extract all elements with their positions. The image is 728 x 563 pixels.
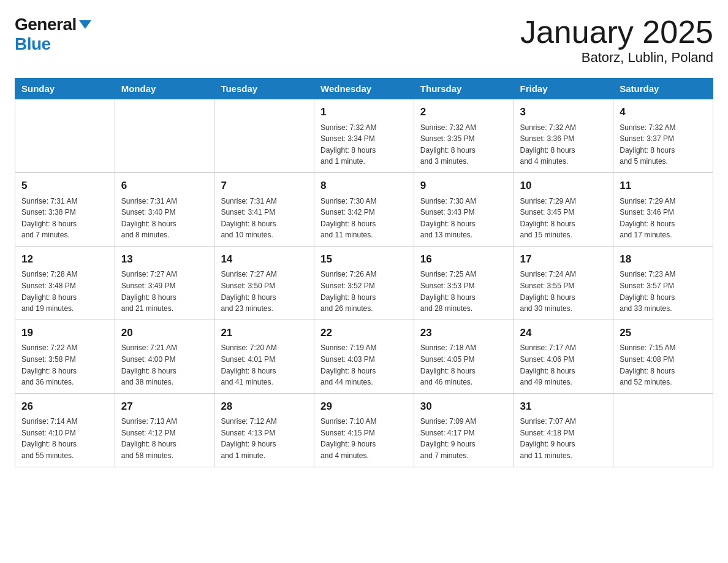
calendar-week-row: 19Sunrise: 7:22 AMSunset: 3:58 PMDayligh… bbox=[15, 320, 713, 393]
calendar-week-row: 5Sunrise: 7:31 AMSunset: 3:38 PMDaylight… bbox=[15, 173, 713, 247]
calendar-day-cell: 10Sunrise: 7:29 AMSunset: 3:45 PMDayligh… bbox=[514, 173, 613, 247]
calendar-week-row: 26Sunrise: 7:14 AMSunset: 4:10 PMDayligh… bbox=[15, 393, 713, 467]
calendar-day-cell: 14Sunrise: 7:27 AMSunset: 3:50 PMDayligh… bbox=[214, 246, 314, 320]
day-info: Sunrise: 7:32 AMSunset: 3:35 PMDaylight:… bbox=[420, 122, 507, 167]
day-info: Sunrise: 7:13 AMSunset: 4:12 PMDaylight:… bbox=[121, 416, 208, 461]
day-number: 30 bbox=[420, 399, 507, 415]
day-info: Sunrise: 7:15 AMSunset: 4:08 PMDaylight:… bbox=[620, 342, 707, 388]
day-info: Sunrise: 7:12 AMSunset: 4:13 PMDaylight:… bbox=[221, 416, 308, 461]
calendar-day-cell: 15Sunrise: 7:26 AMSunset: 3:52 PMDayligh… bbox=[314, 246, 414, 320]
day-number: 8 bbox=[320, 178, 408, 194]
day-of-week-header: Friday bbox=[514, 79, 613, 99]
day-number: 19 bbox=[21, 325, 108, 341]
calendar-day-cell: 3Sunrise: 7:32 AMSunset: 3:36 PMDaylight… bbox=[514, 99, 613, 173]
day-info: Sunrise: 7:18 AMSunset: 4:05 PMDaylight:… bbox=[420, 342, 507, 388]
day-number: 1 bbox=[320, 104, 408, 120]
calendar-day-cell: 6Sunrise: 7:31 AMSunset: 3:40 PMDaylight… bbox=[115, 173, 214, 247]
calendar-day-cell: 21Sunrise: 7:20 AMSunset: 4:01 PMDayligh… bbox=[214, 320, 314, 393]
day-number: 21 bbox=[221, 325, 308, 341]
calendar-day-cell: 13Sunrise: 7:27 AMSunset: 3:49 PMDayligh… bbox=[115, 246, 214, 320]
day-number: 27 bbox=[121, 399, 208, 415]
day-info: Sunrise: 7:21 AMSunset: 4:00 PMDaylight:… bbox=[121, 342, 208, 388]
day-info: Sunrise: 7:09 AMSunset: 4:17 PMDaylight:… bbox=[420, 416, 507, 461]
day-of-week-header: Tuesday bbox=[214, 79, 314, 99]
calendar-day-cell: 8Sunrise: 7:30 AMSunset: 3:42 PMDaylight… bbox=[314, 173, 414, 247]
calendar-day-cell: 25Sunrise: 7:15 AMSunset: 4:08 PMDayligh… bbox=[613, 320, 713, 393]
day-number: 26 bbox=[21, 399, 108, 415]
calendar-day-cell: 11Sunrise: 7:29 AMSunset: 3:46 PMDayligh… bbox=[613, 173, 713, 247]
calendar-day-cell: 22Sunrise: 7:19 AMSunset: 4:03 PMDayligh… bbox=[314, 320, 414, 393]
day-number: 17 bbox=[520, 251, 607, 267]
day-number: 12 bbox=[21, 251, 108, 267]
day-number: 10 bbox=[520, 178, 607, 194]
logo-general-text: General bbox=[15, 15, 77, 34]
calendar-day-cell: 16Sunrise: 7:25 AMSunset: 3:53 PMDayligh… bbox=[414, 246, 514, 320]
day-number: 16 bbox=[420, 251, 507, 267]
calendar-day-cell: 7Sunrise: 7:31 AMSunset: 3:41 PMDaylight… bbox=[214, 173, 314, 247]
day-info: Sunrise: 7:29 AMSunset: 3:46 PMDaylight:… bbox=[620, 196, 707, 241]
page-header: General Blue January 2025 Batorz, Lublin… bbox=[15, 15, 713, 66]
day-number: 9 bbox=[420, 178, 507, 194]
calendar-day-cell: 23Sunrise: 7:18 AMSunset: 4:05 PMDayligh… bbox=[414, 320, 514, 393]
calendar-day-cell bbox=[613, 393, 713, 467]
calendar-day-cell: 20Sunrise: 7:21 AMSunset: 4:00 PMDayligh… bbox=[115, 320, 214, 393]
day-of-week-header: Sunday bbox=[15, 79, 115, 99]
day-info: Sunrise: 7:20 AMSunset: 4:01 PMDaylight:… bbox=[221, 342, 308, 388]
title-section: January 2025 Batorz, Lublin, Poland bbox=[520, 15, 713, 66]
day-number: 4 bbox=[620, 104, 707, 120]
day-info: Sunrise: 7:26 AMSunset: 3:52 PMDaylight:… bbox=[320, 269, 408, 314]
calendar-header-row: SundayMondayTuesdayWednesdayThursdayFrid… bbox=[15, 79, 713, 99]
day-number: 22 bbox=[320, 325, 408, 341]
day-of-week-header: Wednesday bbox=[314, 79, 414, 99]
day-info: Sunrise: 7:27 AMSunset: 3:49 PMDaylight:… bbox=[121, 269, 208, 314]
day-number: 20 bbox=[121, 325, 208, 341]
day-info: Sunrise: 7:31 AMSunset: 3:40 PMDaylight:… bbox=[121, 196, 208, 241]
calendar-day-cell: 18Sunrise: 7:23 AMSunset: 3:57 PMDayligh… bbox=[613, 246, 713, 320]
calendar-day-cell: 31Sunrise: 7:07 AMSunset: 4:18 PMDayligh… bbox=[514, 393, 613, 467]
day-info: Sunrise: 7:29 AMSunset: 3:45 PMDaylight:… bbox=[520, 196, 607, 241]
day-info: Sunrise: 7:25 AMSunset: 3:53 PMDaylight:… bbox=[420, 269, 507, 314]
logo-arrow-icon bbox=[79, 20, 91, 29]
calendar-day-cell: 28Sunrise: 7:12 AMSunset: 4:13 PMDayligh… bbox=[214, 393, 314, 467]
day-number: 29 bbox=[320, 399, 408, 415]
day-of-week-header: Monday bbox=[115, 79, 214, 99]
day-info: Sunrise: 7:32 AMSunset: 3:37 PMDaylight:… bbox=[620, 122, 707, 167]
calendar-day-cell: 24Sunrise: 7:17 AMSunset: 4:06 PMDayligh… bbox=[514, 320, 613, 393]
day-info: Sunrise: 7:28 AMSunset: 3:48 PMDaylight:… bbox=[21, 269, 108, 314]
day-number: 5 bbox=[21, 178, 108, 194]
calendar-day-cell: 29Sunrise: 7:10 AMSunset: 4:15 PMDayligh… bbox=[314, 393, 414, 467]
day-info: Sunrise: 7:27 AMSunset: 3:50 PMDaylight:… bbox=[221, 269, 308, 314]
calendar-day-cell bbox=[214, 99, 314, 173]
calendar-table: SundayMondayTuesdayWednesdayThursdayFrid… bbox=[15, 78, 713, 467]
day-number: 24 bbox=[520, 325, 607, 341]
day-number: 15 bbox=[320, 251, 408, 267]
calendar-week-row: 1Sunrise: 7:32 AMSunset: 3:34 PMDaylight… bbox=[15, 99, 713, 173]
calendar-day-cell: 26Sunrise: 7:14 AMSunset: 4:10 PMDayligh… bbox=[15, 393, 115, 467]
day-number: 3 bbox=[520, 104, 607, 120]
day-info: Sunrise: 7:23 AMSunset: 3:57 PMDaylight:… bbox=[620, 269, 707, 314]
day-number: 13 bbox=[121, 251, 208, 267]
day-number: 14 bbox=[221, 251, 308, 267]
calendar-day-cell bbox=[115, 99, 214, 173]
day-info: Sunrise: 7:17 AMSunset: 4:06 PMDaylight:… bbox=[520, 342, 607, 388]
day-number: 18 bbox=[620, 251, 707, 267]
day-info: Sunrise: 7:07 AMSunset: 4:18 PMDaylight:… bbox=[520, 416, 607, 461]
day-number: 11 bbox=[620, 178, 707, 194]
day-info: Sunrise: 7:19 AMSunset: 4:03 PMDaylight:… bbox=[320, 342, 408, 388]
day-number: 31 bbox=[520, 399, 607, 415]
day-info: Sunrise: 7:31 AMSunset: 3:41 PMDaylight:… bbox=[221, 196, 308, 241]
calendar-day-cell: 17Sunrise: 7:24 AMSunset: 3:55 PMDayligh… bbox=[514, 246, 613, 320]
calendar-day-cell: 27Sunrise: 7:13 AMSunset: 4:12 PMDayligh… bbox=[115, 393, 214, 467]
day-info: Sunrise: 7:30 AMSunset: 3:43 PMDaylight:… bbox=[420, 196, 507, 241]
calendar-day-cell: 5Sunrise: 7:31 AMSunset: 3:38 PMDaylight… bbox=[15, 173, 115, 247]
logo-blue-text: Blue bbox=[15, 34, 91, 54]
calendar-day-cell: 2Sunrise: 7:32 AMSunset: 3:35 PMDaylight… bbox=[414, 99, 514, 173]
day-of-week-header: Thursday bbox=[414, 79, 514, 99]
calendar-day-cell: 19Sunrise: 7:22 AMSunset: 3:58 PMDayligh… bbox=[15, 320, 115, 393]
calendar-day-cell: 9Sunrise: 7:30 AMSunset: 3:43 PMDaylight… bbox=[414, 173, 514, 247]
day-number: 7 bbox=[221, 178, 308, 194]
day-info: Sunrise: 7:30 AMSunset: 3:42 PMDaylight:… bbox=[320, 196, 408, 241]
day-number: 25 bbox=[620, 325, 707, 341]
calendar-day-cell: 4Sunrise: 7:32 AMSunset: 3:37 PMDaylight… bbox=[613, 99, 713, 173]
calendar-day-cell: 12Sunrise: 7:28 AMSunset: 3:48 PMDayligh… bbox=[15, 246, 115, 320]
